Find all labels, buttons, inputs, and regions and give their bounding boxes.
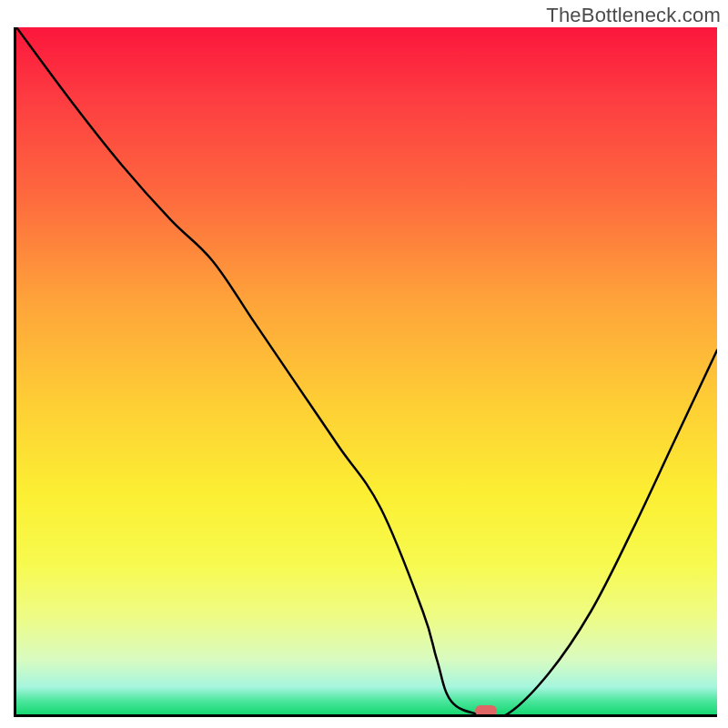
- minimum-marker: [475, 705, 497, 716]
- chart-container: TheBottleneck.com: [0, 0, 728, 728]
- curve-path: [16, 27, 717, 714]
- watermark-text: TheBottleneck.com: [546, 4, 721, 27]
- curve-plot: [16, 27, 717, 714]
- chart-frame: [14, 27, 717, 717]
